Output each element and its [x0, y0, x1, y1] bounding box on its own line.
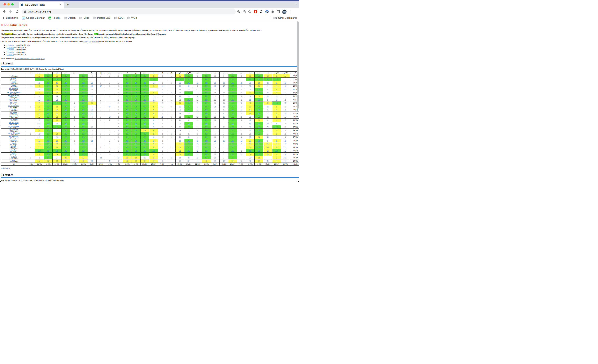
percent-cell[interactable]: 88 — [35, 91, 44, 95]
percent-cell[interactable]: 100 — [140, 118, 149, 122]
percent-cell[interactable]: 98 — [272, 108, 281, 112]
percent-cell[interactable]: 46 — [281, 84, 290, 88]
percent-cell[interactable]: 100 — [202, 156, 211, 159]
po-file-link[interactable]: 95 — [179, 143, 181, 145]
percent-cell[interactable]: 100 — [79, 135, 88, 139]
percent-cell[interactable]: 95 — [272, 139, 281, 142]
percent-cell[interactable]: 100 — [140, 115, 149, 119]
po-file-link[interactable]: 100 — [232, 116, 234, 117]
po-file-link[interactable]: 89 — [153, 113, 154, 114]
percent-cell[interactable]: 51 — [281, 149, 290, 153]
po-file-link[interactable]: 76 — [249, 126, 251, 128]
po-file-link[interactable]: 100 — [232, 109, 234, 111]
po-file-link[interactable]: 98 — [153, 106, 154, 108]
percent-cell[interactable]: 100 — [44, 118, 53, 122]
percent-cell[interactable]: 83 — [246, 105, 255, 108]
po-file-link[interactable]: 100 — [232, 129, 234, 131]
po-file-link[interactable]: 78 — [267, 106, 268, 108]
percent-cell[interactable]: 100 — [202, 108, 211, 112]
percent-cell[interactable]: 73 — [246, 84, 255, 88]
percent-cell[interactable]: 94 — [272, 152, 281, 156]
po-file-link[interactable]: 100 — [187, 153, 190, 155]
po-file-link[interactable]: 69 — [153, 119, 154, 121]
percent-cell[interactable]: 77 — [35, 98, 44, 101]
percent-cell[interactable]: 21 — [175, 118, 184, 122]
percent-cell[interactable]: 100 — [202, 74, 211, 78]
percent-cell[interactable]: 100 — [44, 129, 53, 132]
percent-cell[interactable]: 100 — [79, 149, 88, 153]
percent-cell[interactable]: 84 — [246, 112, 255, 115]
percent-cell[interactable]: 100 — [79, 146, 88, 149]
po-file-link[interactable]: 100 — [47, 153, 49, 155]
percent-cell[interactable]: 20 — [263, 95, 272, 98]
percent-cell[interactable]: 25 — [88, 112, 96, 115]
column-header-cell[interactable]: af — [26, 72, 35, 74]
percent-cell[interactable]: 77 — [175, 108, 184, 112]
po-file-link[interactable]: 100 — [82, 153, 84, 155]
percent-cell[interactable]: 100 — [149, 77, 158, 81]
po-file-link[interactable]: 76 — [249, 129, 251, 131]
percent-cell[interactable]: 10 — [105, 115, 114, 119]
percent-cell[interactable]: 100 — [228, 101, 237, 105]
po-file-link[interactable]: 6 — [162, 160, 163, 162]
percent-cell[interactable]: 87 — [149, 139, 158, 142]
po-file-link[interactable]: 38 — [197, 140, 198, 141]
percent-cell[interactable]: 33 — [149, 135, 158, 139]
column-header-cell[interactable]: de — [44, 72, 53, 74]
po-file-link[interactable]: 98 — [56, 106, 58, 108]
po-file-link[interactable]: 65 — [39, 123, 40, 124]
po-file-link[interactable]: 100 — [205, 78, 208, 80]
percent-cell[interactable]: 81 — [272, 81, 281, 84]
percent-cell[interactable]: 100 — [61, 112, 70, 115]
po-file-link[interactable]: 78 — [249, 160, 251, 162]
po-file-link[interactable]: 100 — [187, 99, 190, 101]
percent-cell[interactable]: 98 — [149, 108, 158, 112]
po-file-link[interactable]: 100 — [258, 99, 260, 101]
percent-cell[interactable]: 21 — [219, 139, 228, 142]
percent-cell[interactable]: 26 — [219, 108, 228, 112]
reload-button[interactable] — [15, 9, 19, 14]
password-manager-extension-icon[interactable] — [265, 10, 269, 13]
po-file-link[interactable]: 100 — [126, 113, 128, 114]
percent-cell[interactable]: 100 — [255, 88, 263, 91]
po-file-link[interactable]: 66 — [249, 99, 251, 101]
percent-cell[interactable]: 20 — [237, 81, 246, 84]
percent-cell[interactable]: 76 — [246, 125, 255, 129]
po-file-link[interactable]: 16 — [179, 95, 181, 97]
po-file-link[interactable]: 100 — [135, 116, 137, 117]
po-file-link[interactable]: 10 — [100, 157, 102, 158]
po-file-link[interactable]: 41 — [39, 136, 40, 138]
language-column-header[interactable]: uk — [258, 72, 260, 74]
percent-cell[interactable]: 26 — [281, 152, 290, 156]
po-file-link[interactable]: 100 — [205, 106, 208, 108]
po-file-link[interactable]: 13 — [179, 136, 181, 138]
po-file-link[interactable]: 10 — [162, 116, 163, 117]
po-file-link[interactable]: 100 — [275, 78, 278, 80]
po-file-link[interactable]: 100 — [126, 102, 128, 104]
percent-cell[interactable]: 98 — [53, 105, 61, 108]
percent-cell[interactable]: 94 — [246, 146, 255, 149]
percent-cell[interactable]: 100 — [61, 81, 70, 84]
po-file-link[interactable]: 100 — [135, 89, 137, 90]
language-column-header[interactable]: ro — [197, 72, 198, 74]
percent-cell[interactable]: 100 — [61, 108, 70, 112]
po-file-link[interactable]: 21 — [74, 106, 75, 108]
column-header-cell[interactable]: ta — [237, 72, 246, 74]
po-file-link[interactable]: 100 — [47, 95, 49, 97]
percent-cell[interactable]: 100 — [123, 129, 132, 132]
po-file-link[interactable]: 58 — [91, 140, 93, 141]
bookmark-item[interactable]: Feedly — [49, 17, 60, 19]
po-file-link[interactable]: 100 — [258, 78, 260, 80]
po-file-link[interactable]: 100 — [65, 82, 67, 83]
percent-cell[interactable]: 100 — [61, 74, 70, 78]
percent-cell[interactable]: 23 — [184, 112, 193, 115]
percent-cell[interactable]: 83 — [149, 159, 158, 163]
po-file-link[interactable]: 100 — [47, 82, 49, 83]
po-file-link[interactable]: 57 — [179, 123, 181, 124]
po-file-link[interactable]: 96 — [276, 75, 277, 77]
percent-cell[interactable]: 100 — [79, 98, 88, 101]
po-file-link[interactable]: 100 — [258, 113, 260, 114]
column-header-cell[interactable]: zh_TW — [281, 72, 290, 74]
percent-cell[interactable]: 17 — [97, 84, 105, 88]
contributor-wiki-link[interactable]: contributor/translator information (wiki… — [15, 58, 44, 59]
